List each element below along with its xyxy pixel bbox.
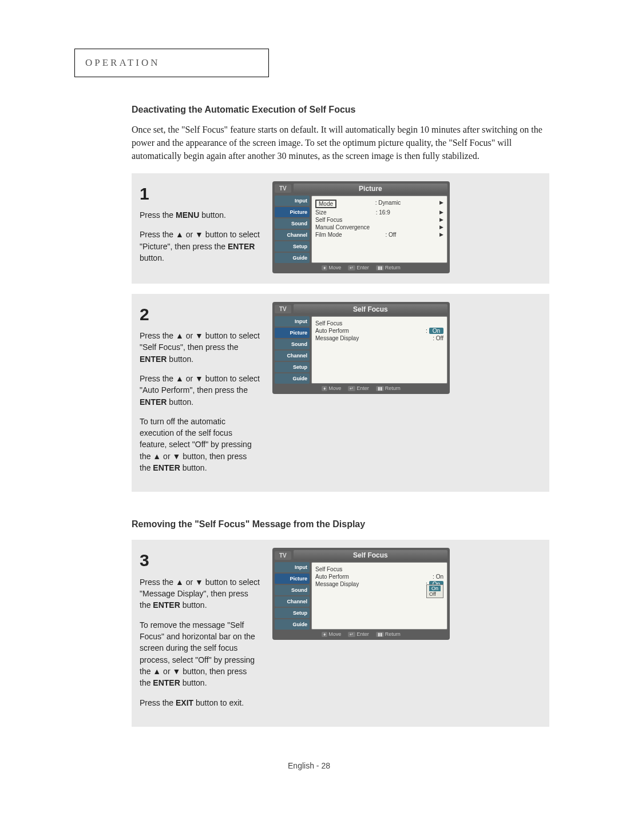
enter-button-label: ENTER: [153, 600, 180, 610]
sidebar-item-setup: Setup: [275, 241, 310, 252]
step-2: 2 Press the ▲ or ▼ button to select "Sel…: [132, 294, 549, 492]
footer-enter: ↵Enter: [348, 631, 369, 637]
dropdown-msgdisplay: On Off: [426, 584, 443, 598]
tv-screenshot-selffocus: TV Self Focus Input Picture Sound Channe…: [272, 302, 450, 394]
menu-row-autoperform: Auto Perform: [315, 574, 349, 580]
sidebar-item-sound: Sound: [275, 585, 310, 595]
step-3: 3 Press the ▲ or ▼ button to select "Mes…: [132, 540, 549, 726]
step3-text3c: button to exit.: [193, 698, 244, 707]
sidebar-item-setup: Setup: [275, 608, 310, 618]
footer-return: ▮▮Return: [376, 265, 401, 270]
enter-button-label: ENTER: [140, 355, 167, 364]
sidebar-item-sound: Sound: [275, 218, 310, 229]
exit-button-label: EXIT: [176, 698, 193, 707]
footer-enter: ↵Enter: [348, 265, 369, 270]
menu-row-mode-val: : Dynamic: [375, 200, 401, 208]
step2-text2c: button.: [167, 397, 193, 407]
sidebar-item-picture: Picture: [275, 328, 310, 338]
tv-badge: TV: [275, 305, 291, 313]
step1-text-c: button.: [199, 210, 226, 220]
menu-row-autoperform-val: : On: [433, 574, 443, 580]
tv-badge: TV: [275, 184, 291, 193]
dropdown-option-off: Off: [429, 591, 441, 597]
step2-text3c: button.: [180, 463, 207, 472]
footer-move: ♦Move: [322, 631, 341, 637]
menu-row-autoperform-val: On: [429, 328, 443, 334]
sidebar-item-guide: Guide: [275, 373, 310, 384]
menu-row-filmmode-val: : Off: [385, 232, 396, 238]
menu-row-size: Size: [315, 209, 326, 216]
tv-menu-title: Self Focus: [294, 304, 447, 314]
step2-text1c: button.: [167, 355, 193, 364]
menu-row-autoperform: Auto Perform: [315, 328, 349, 334]
menu-row-selffocus: Self Focus: [315, 320, 342, 327]
menu-row-msgdisplay: Message Display: [315, 581, 359, 587]
menu-row-autoperform-colon: :: [426, 328, 427, 334]
sidebar-item-setup: Setup: [275, 362, 310, 372]
heading-deactivate: Deactivating the Automatic Execution of …: [132, 105, 561, 115]
tv-screenshot-msgdisplay: TV Self Focus Input Picture Sound Channe…: [272, 548, 450, 640]
menu-row-manualconv: Manual Convergence: [315, 224, 370, 230]
sidebar-item-channel: Channel: [275, 351, 310, 361]
footer-move: ♦Move: [322, 385, 341, 391]
chevron-right-icon: ▶: [439, 232, 443, 238]
sidebar-item-channel: Channel: [275, 230, 310, 240]
tv-screenshot-picture: TV Picture Input Picture Sound Channel S…: [272, 181, 450, 273]
menu-row-mode: Mode: [315, 200, 336, 208]
step-number: 2: [140, 302, 260, 327]
tv-menu-title: Picture: [294, 184, 447, 194]
footer-enter: ↵Enter: [348, 385, 369, 391]
chevron-right-icon: ▶: [439, 217, 443, 223]
step-1: 1 Press the MENU button. Press the ▲ or …: [132, 173, 549, 284]
menu-row-selffocus: Self Focus: [315, 217, 342, 223]
sidebar-item-input: Input: [275, 196, 310, 206]
chevron-right-icon: ▶: [439, 209, 443, 216]
step1-text2c: button.: [140, 253, 164, 262]
step1-text: Press the: [140, 210, 176, 220]
footer-return: ▮▮Return: [376, 385, 401, 391]
step2-text2: Press the ▲ or ▼ button to select "Auto …: [140, 374, 260, 395]
page-footer: English - 28: [57, 761, 561, 770]
enter-button-label: ENTER: [153, 678, 180, 687]
step3-text1c: button.: [180, 600, 207, 610]
step3-text2: To remove the message "Self Focus" and h…: [140, 620, 255, 687]
step-number: 3: [140, 548, 260, 573]
enter-button-label: ENTER: [140, 397, 167, 407]
chevron-right-icon: ▶: [439, 224, 443, 230]
chevron-right-icon: ▶: [439, 200, 443, 208]
intro-paragraph: Once set, the "Self Focus" feature start…: [132, 123, 549, 163]
menu-row-msgdisplay: Message Display: [315, 335, 359, 341]
menu-row-selffocus: Self Focus: [315, 566, 342, 572]
sidebar-item-guide: Guide: [275, 253, 310, 263]
sidebar-item-picture: Picture: [275, 207, 310, 217]
sidebar-item-input: Input: [275, 316, 310, 327]
heading-remove-message: Removing the "Self Focus" Message from t…: [132, 519, 561, 530]
step2-text1: Press the ▲ or ▼ button to select "Self …: [140, 331, 260, 352]
step-number: 1: [140, 181, 260, 206]
section-header: OPERATION: [74, 49, 269, 77]
menu-button-label: MENU: [176, 210, 199, 220]
menu-row-msgdisplay-val: : Off: [433, 335, 443, 341]
enter-button-label: ENTER: [228, 242, 255, 251]
footer-move: ♦Move: [322, 265, 341, 270]
tv-badge: TV: [275, 551, 291, 560]
sidebar-item-channel: Channel: [275, 596, 310, 607]
sidebar-item-sound: Sound: [275, 339, 310, 349]
menu-row-size-val: : 16:9: [376, 209, 390, 216]
sidebar-item-input: Input: [275, 562, 310, 572]
dropdown-option-on: On: [429, 586, 441, 591]
menu-row-filmmode: Film Mode: [315, 232, 342, 238]
sidebar-item-guide: Guide: [275, 619, 310, 630]
footer-return: ▮▮Return: [376, 631, 401, 637]
sidebar-item-picture: Picture: [275, 574, 310, 584]
step3-text2c: button.: [180, 678, 207, 687]
tv-menu-title: Self Focus: [294, 550, 447, 560]
enter-button-label: ENTER: [153, 463, 180, 472]
step3-text3: Press the: [140, 698, 176, 707]
